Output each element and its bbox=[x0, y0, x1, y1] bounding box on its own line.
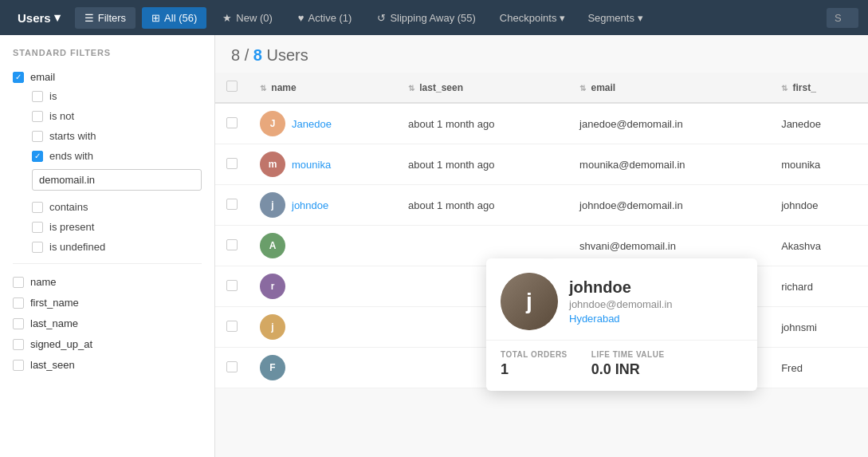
col-first[interactable]: ⇅ first_ bbox=[770, 73, 868, 103]
email-checkbox[interactable] bbox=[13, 72, 24, 83]
filter-ends-with[interactable]: ends with bbox=[32, 146, 202, 166]
last-name-checkbox[interactable] bbox=[13, 318, 24, 329]
filter-is-undefined[interactable]: is undefined bbox=[32, 237, 202, 257]
name-checkbox[interactable] bbox=[13, 277, 24, 288]
row-name-4: A bbox=[249, 226, 397, 266]
filter-name-toggle[interactable]: name bbox=[13, 270, 202, 291]
total-orders-value: 1 bbox=[501, 361, 568, 378]
signed-up-label: signed_up_at bbox=[30, 338, 92, 350]
row-first-1: Janedoe bbox=[770, 103, 868, 144]
email-label: email bbox=[30, 71, 55, 83]
select-all-checkbox[interactable] bbox=[226, 81, 238, 92]
row-cb-3[interactable] bbox=[215, 185, 249, 226]
main-layout: STANDARD FILTERS email is is not starts … bbox=[0, 35, 868, 457]
is-undefined-checkbox[interactable] bbox=[32, 242, 43, 253]
filter-signed-up-toggle[interactable]: signed_up_at bbox=[13, 333, 202, 353]
tab-active[interactable]: ♥ Active (1) bbox=[289, 7, 362, 29]
checkpoints-chevron-icon: ▾ bbox=[560, 12, 565, 24]
card-header: j johndoe johndoe@demomail.in Hyderabad bbox=[486, 258, 757, 340]
filter-last-name-toggle[interactable]: last_name bbox=[13, 312, 202, 333]
card-user-email: johndoe@demomail.in bbox=[569, 298, 743, 310]
filter-is-not[interactable]: is not bbox=[32, 106, 202, 126]
top-nav: Users ▾ ☰ Filters ⊞ All (56) ★ New (0) ♥… bbox=[0, 0, 868, 35]
row-cb-1[interactable] bbox=[215, 103, 249, 144]
starts-with-checkbox[interactable] bbox=[32, 131, 43, 142]
row-name-1: J Janedoe bbox=[249, 103, 397, 144]
row-name-6: j bbox=[249, 307, 397, 348]
col-name-label: name bbox=[271, 82, 296, 93]
tab-all[interactable]: ⊞ All (56) bbox=[142, 7, 206, 29]
filters-icon: ☰ bbox=[84, 12, 94, 24]
segments-dropdown[interactable]: Segments ▾ bbox=[579, 7, 651, 29]
main-content: 8 / 8 Users ⇅ name ⇅ bbox=[215, 35, 868, 457]
card-avatar-image: j bbox=[501, 273, 558, 330]
filter-starts-with[interactable]: starts with bbox=[32, 126, 202, 146]
row-cb-2[interactable] bbox=[215, 144, 249, 185]
starts-with-label: starts with bbox=[49, 130, 96, 142]
filter-first-name-toggle[interactable]: first_name bbox=[13, 291, 202, 312]
segments-label: Segments bbox=[587, 12, 634, 24]
row-first-5: richard bbox=[770, 266, 868, 307]
row-name-3: j johndoe bbox=[249, 185, 397, 226]
separator-1 bbox=[13, 263, 202, 264]
filters-button[interactable]: ☰ Filters bbox=[75, 7, 136, 29]
card-avatar: j bbox=[501, 273, 558, 330]
row-cb-4[interactable] bbox=[215, 226, 249, 266]
last-seen-checkbox[interactable] bbox=[13, 360, 24, 371]
tab-new[interactable]: ★ New (0) bbox=[213, 7, 282, 29]
last-name-label: last_name bbox=[30, 317, 78, 329]
is-checkbox[interactable] bbox=[32, 91, 43, 102]
search-input[interactable] bbox=[827, 8, 858, 28]
row-name-5: r bbox=[249, 266, 397, 307]
table-row: m mounika about 1 month ago mounika@demo… bbox=[215, 144, 868, 185]
user-link-johndoe[interactable]: johndoe bbox=[292, 199, 328, 211]
email-sub-filters: is is not starts with ends with con bbox=[13, 86, 202, 257]
first-sort-icon: ⇅ bbox=[781, 84, 787, 93]
filter-contains[interactable]: contains bbox=[32, 197, 202, 217]
row-cb-6[interactable] bbox=[215, 307, 249, 348]
tab-slipping[interactable]: ↺ Slipping Away (55) bbox=[367, 7, 485, 29]
user-link-janedoe[interactable]: Janedoe bbox=[292, 118, 332, 130]
filter-email-toggle[interactable]: email bbox=[13, 65, 202, 86]
user-link-mounika[interactable]: mounika bbox=[292, 159, 331, 171]
users-chevron-icon: ▾ bbox=[54, 10, 61, 25]
row-name-2: m mounika bbox=[249, 144, 397, 185]
is-not-checkbox[interactable] bbox=[32, 111, 43, 122]
is-present-label: is present bbox=[49, 221, 94, 233]
col-name[interactable]: ⇅ name bbox=[249, 73, 397, 103]
row-last-seen-3: about 1 month ago bbox=[397, 185, 568, 226]
total-orders-label: TOTAL ORDERS bbox=[501, 350, 568, 359]
card-user-location[interactable]: Hyderabad bbox=[569, 313, 743, 325]
ends-with-checkbox[interactable] bbox=[32, 151, 43, 162]
card-user-name: johndoe bbox=[569, 278, 743, 297]
filter-last-seen-toggle[interactable]: last_seen bbox=[13, 353, 202, 374]
row-cb-7[interactable] bbox=[215, 348, 249, 388]
filter-is-present[interactable]: is present bbox=[32, 217, 202, 237]
email-filter-input[interactable] bbox=[32, 169, 202, 191]
is-present-checkbox[interactable] bbox=[32, 222, 43, 233]
users-menu-button[interactable]: Users ▾ bbox=[10, 6, 69, 30]
row-cb-5[interactable] bbox=[215, 266, 249, 307]
row-last-seen-1: about 1 month ago bbox=[397, 103, 568, 144]
main-header: 8 / 8 Users bbox=[215, 35, 868, 73]
filter-is[interactable]: is bbox=[32, 86, 202, 106]
select-all-header[interactable] bbox=[215, 73, 249, 103]
checkpoints-dropdown[interactable]: Checkpoints ▾ bbox=[492, 7, 574, 29]
row-email-1: janedoe@demomail.in bbox=[568, 103, 770, 144]
tab-new-label: New (0) bbox=[236, 12, 273, 24]
first-name-checkbox[interactable] bbox=[13, 297, 24, 309]
ends-with-label: ends with bbox=[49, 150, 93, 162]
contains-checkbox[interactable] bbox=[32, 202, 43, 213]
heart-icon: ♥ bbox=[298, 12, 304, 24]
segments-chevron-icon: ▾ bbox=[638, 12, 643, 24]
user-card-tooltip: j johndoe johndoe@demomail.in Hyderabad … bbox=[486, 258, 757, 391]
tab-all-label: All (56) bbox=[164, 12, 197, 24]
col-email[interactable]: ⇅ email bbox=[568, 73, 770, 103]
col-last-seen[interactable]: ⇅ last_seen bbox=[397, 73, 568, 103]
signed-up-checkbox[interactable] bbox=[13, 339, 24, 350]
is-undefined-label: is undefined bbox=[49, 241, 105, 253]
filters-label: Filters bbox=[98, 12, 126, 24]
card-info: johndoe johndoe@demomail.in Hyderabad bbox=[569, 278, 743, 325]
users-label: Users bbox=[18, 11, 51, 25]
filter-group-name: name first_name last_name signed_up_at l… bbox=[0, 270, 214, 374]
